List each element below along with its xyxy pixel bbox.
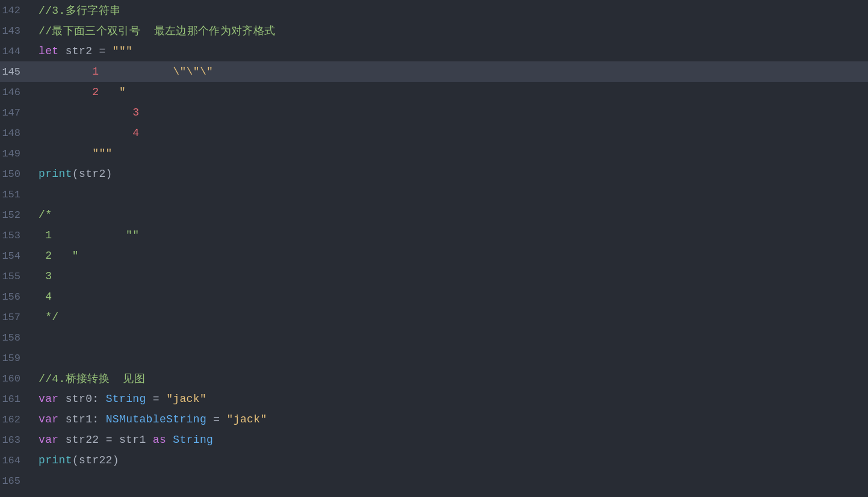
line-num-164: 164 [0, 455, 30, 466]
line-content-145: 1 \"\"\" [30, 66, 868, 78]
line-num-148: 148 [0, 128, 30, 139]
line-content-153: 1 "" [30, 229, 868, 241]
line-num-153: 153 [0, 230, 30, 241]
code-line-153: 153 1 "" [0, 225, 868, 245]
line-num-154: 154 [0, 250, 30, 262]
line-content-155: 3 [30, 270, 868, 282]
line-num-145: 145 [0, 66, 30, 78]
line-num-159: 159 [0, 353, 30, 364]
line-num-147: 147 [0, 107, 30, 119]
code-line-155: 155 3 [0, 266, 868, 286]
line-content-146: 2 " [30, 86, 868, 98]
line-num-156: 156 [0, 291, 30, 303]
line-num-152: 152 [0, 209, 30, 221]
line-content-157: */ [30, 311, 868, 323]
code-line-165: 165 [0, 471, 868, 491]
line-content-156: 4 [30, 291, 868, 303]
line-num-151: 151 [0, 189, 30, 200]
code-line-158: 158 [0, 327, 868, 348]
line-num-157: 157 [0, 312, 30, 323]
line-num-162: 162 [0, 414, 30, 425]
code-line-143: 143 //最下面三个双引号 最左边那个作为对齐格式 [0, 20, 868, 41]
line-content-162: var str1: NSMutableString = "jack" [30, 413, 868, 425]
line-content-152: /* [30, 209, 868, 221]
line-content-143: //最下面三个双引号 最左边那个作为对齐格式 [30, 23, 868, 38]
line-num-144: 144 [0, 46, 30, 57]
line-content-150: print(str2) [30, 168, 868, 180]
code-line-162: 162 var str1: NSMutableString = "jack" [0, 409, 868, 430]
code-line-164: 164 print(str22) [0, 450, 868, 471]
code-line-163: 163 var str22 = str1 as String [0, 430, 868, 450]
code-editor: 142 //3.多行字符串 143 //最下面三个双引号 最左边那个作为对齐格式… [0, 0, 868, 497]
line-content-163: var str22 = str1 as String [30, 434, 868, 446]
code-line-159: 159 [0, 348, 868, 368]
code-line-145: 145 1 \"\"\" [0, 61, 868, 82]
code-line-151: 151 [0, 184, 868, 205]
line-content-164: print(str22) [30, 454, 868, 466]
line-num-158: 158 [0, 332, 30, 344]
line-num-142: 142 [0, 5, 30, 16]
line-num-155: 155 [0, 271, 30, 282]
line-num-161: 161 [0, 394, 30, 405]
code-line-160: 160 //4.桥接转换 见图 [0, 368, 868, 389]
code-line-146: 146 2 " [0, 82, 868, 102]
code-line-142: 142 //3.多行字符串 [0, 0, 868, 20]
code-line-152: 152 /* [0, 205, 868, 225]
line-content-142: //3.多行字符串 [30, 3, 868, 17]
line-content-149: """ [30, 147, 868, 159]
code-line-147: 147 3 [0, 102, 868, 123]
line-num-160: 160 [0, 373, 30, 384]
code-line-156: 156 4 [0, 286, 868, 307]
code-line-161: 161 var str0: String = "jack" [0, 389, 868, 409]
line-num-149: 149 [0, 148, 30, 159]
line-content-160: //4.桥接转换 见图 [30, 371, 868, 386]
line-num-146: 146 [0, 87, 30, 98]
line-num-163: 163 [0, 434, 30, 446]
code-line-150: 150 print(str2) [0, 164, 868, 184]
line-content-147: 3 [30, 106, 868, 119]
code-line-148: 148 4 [0, 123, 868, 143]
line-num-150: 150 [0, 168, 30, 180]
code-line-149: 149 """ [0, 143, 868, 164]
code-line-157: 157 */ [0, 307, 868, 327]
line-content-154: 2 " [30, 250, 868, 262]
code-line-154: 154 2 " [0, 245, 868, 266]
code-line-144: 144 let str2 = """ [0, 41, 868, 61]
line-content-148: 4 [30, 127, 868, 139]
line-num-143: 143 [0, 25, 30, 37]
line-num-165: 165 [0, 475, 30, 487]
line-content-144: let str2 = """ [30, 45, 868, 57]
line-content-161: var str0: String = "jack" [30, 393, 868, 405]
